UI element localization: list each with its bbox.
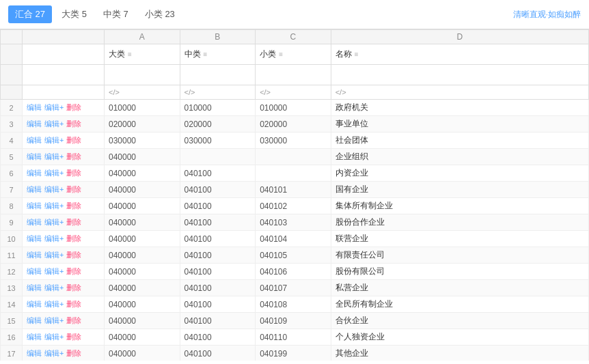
tab-zhong[interactable]: 中类 7	[96, 5, 135, 23]
delete-button[interactable]: 删除	[66, 348, 81, 359]
edit-button[interactable]: 编辑	[27, 348, 42, 359]
delete-button[interactable]: 删除	[66, 332, 81, 342]
add-button[interactable]: 编辑+	[44, 152, 64, 162]
edit-button[interactable]: 编辑	[27, 152, 42, 162]
edit-button[interactable]: 编辑	[27, 201, 42, 211]
filter-xiao-icon[interactable]: ≡	[279, 51, 283, 58]
row-number: 14	[1, 296, 23, 313]
delete-button[interactable]: 删除	[66, 234, 81, 244]
row-number: 10	[1, 231, 23, 247]
cell-name: 其他企业	[331, 346, 588, 361]
add-button[interactable]: 编辑+	[44, 316, 64, 326]
row-actions: 编辑 编辑+ 删除	[23, 346, 105, 361]
spacer-row	[1, 65, 589, 85]
edit-button[interactable]: 编辑	[27, 316, 42, 326]
cell-name: 政府机关	[331, 100, 588, 116]
filter-zhong-icon[interactable]: ≡	[204, 51, 208, 58]
cell-da: 040000	[105, 280, 180, 296]
delete-button[interactable]: 删除	[66, 316, 81, 326]
row-actions: 编辑 编辑+ 删除	[23, 264, 105, 280]
filter-name-icon[interactable]: ≡	[355, 51, 359, 58]
tab-da[interactable]: 大类 5	[55, 5, 94, 23]
edit-button[interactable]: 编辑	[27, 168, 42, 178]
table-row: 4 编辑 编辑+ 删除 030000030000030000社会团体	[1, 132, 589, 149]
edit-button[interactable]: 编辑	[27, 299, 42, 309]
add-button[interactable]: 编辑+	[44, 266, 64, 277]
delete-button[interactable]: 删除	[66, 152, 81, 162]
delete-button[interactable]: 删除	[66, 250, 81, 260]
cell-xiao: 020000	[256, 116, 331, 132]
edit-button[interactable]: 编辑	[27, 217, 42, 227]
add-button[interactable]: 编辑+	[44, 217, 64, 227]
add-button[interactable]: 编辑+	[44, 332, 64, 342]
delete-button[interactable]: 删除	[66, 266, 81, 277]
add-button[interactable]: 编辑+	[44, 299, 64, 309]
edit-button[interactable]: 编辑	[27, 266, 42, 277]
cell-zhong: 040100	[180, 198, 256, 214]
filter-da-code[interactable]: </>	[105, 85, 180, 100]
row-actions: 编辑 编辑+ 删除	[23, 165, 105, 182]
cell-name: 联营企业	[331, 231, 588, 247]
table-row: 3 编辑 编辑+ 删除 020000020000020000事业单位	[1, 116, 589, 132]
row-number: 11	[1, 247, 23, 264]
cell-da: 040000	[105, 165, 180, 182]
table-row: 14 编辑 编辑+ 删除 040000040100040108全民所有制企业	[1, 296, 589, 313]
add-button[interactable]: 编辑+	[44, 184, 64, 195]
field-row-num	[1, 44, 23, 65]
edit-button[interactable]: 编辑	[27, 283, 42, 293]
add-button[interactable]: 编辑+	[44, 283, 64, 293]
delete-button[interactable]: 删除	[66, 184, 81, 195]
add-button[interactable]: 编辑+	[44, 250, 64, 260]
delete-button[interactable]: 删除	[66, 168, 81, 178]
delete-button[interactable]: 删除	[66, 102, 81, 113]
table-row: 13 编辑 编辑+ 删除 040000040100040107私营企业	[1, 280, 589, 296]
edit-button[interactable]: 编辑	[27, 250, 42, 260]
cell-xiao: 040109	[256, 313, 331, 329]
add-button[interactable]: 编辑+	[44, 168, 64, 178]
cell-xiao: 040108	[256, 296, 331, 313]
cell-xiao: 040107	[256, 280, 331, 296]
cell-da: 040000	[105, 264, 180, 280]
tab-xiao[interactable]: 小类 23	[138, 5, 182, 23]
edit-button[interactable]: 编辑	[27, 234, 42, 244]
edit-button[interactable]: 编辑	[27, 102, 42, 113]
delete-button[interactable]: 删除	[66, 119, 81, 129]
add-button[interactable]: 编辑+	[44, 119, 64, 129]
delete-button[interactable]: 删除	[66, 299, 81, 309]
row-number: 4	[1, 132, 23, 149]
cell-name: 集体所有制企业	[331, 198, 588, 214]
table-wrapper[interactable]: A B C D 大类 ≡ 中类 ≡	[0, 29, 589, 361]
add-button[interactable]: 编辑+	[44, 135, 64, 145]
delete-button[interactable]: 删除	[66, 201, 81, 211]
delete-button[interactable]: 删除	[66, 135, 81, 145]
table-row: 5 编辑 编辑+ 删除 040000企业组织	[1, 149, 589, 165]
delete-button[interactable]: 删除	[66, 283, 81, 293]
delete-button[interactable]: 删除	[66, 217, 81, 227]
add-button[interactable]: 编辑+	[44, 234, 64, 244]
filter-da-icon[interactable]: ≡	[128, 51, 132, 58]
add-button[interactable]: 编辑+	[44, 102, 64, 113]
edit-button[interactable]: 编辑	[27, 184, 42, 195]
cell-xiao: 040104	[256, 231, 331, 247]
row-actions: 编辑 编辑+ 删除	[23, 214, 105, 231]
filter-zhong-code[interactable]: </>	[180, 85, 256, 100]
corner-cell	[1, 30, 23, 44]
edit-button[interactable]: 编辑	[27, 135, 42, 145]
edit-button[interactable]: 编辑	[27, 332, 42, 342]
tab-group: 汇合 27 大类 5 中类 7 小类 23	[8, 5, 182, 23]
row-actions: 编辑 编辑+ 删除	[23, 313, 105, 329]
tab-aggregate[interactable]: 汇合 27	[8, 5, 52, 23]
row-number: 16	[1, 329, 23, 346]
edit-button[interactable]: 编辑	[27, 119, 42, 129]
code-filter-row: </> </> </> </>	[1, 85, 589, 100]
add-button[interactable]: 编辑+	[44, 348, 64, 359]
add-button[interactable]: 编辑+	[44, 201, 64, 211]
cell-da: 040000	[105, 214, 180, 231]
filter-name-code[interactable]: </>	[331, 85, 588, 100]
row-actions: 编辑 编辑+ 删除	[23, 247, 105, 264]
table-row: 9 编辑 编辑+ 删除 040000040100040103股份合作企业	[1, 214, 589, 231]
row-number: 15	[1, 313, 23, 329]
cell-da: 040000	[105, 231, 180, 247]
col-B-letter: B	[180, 30, 256, 44]
filter-xiao-code[interactable]: </>	[256, 85, 331, 100]
